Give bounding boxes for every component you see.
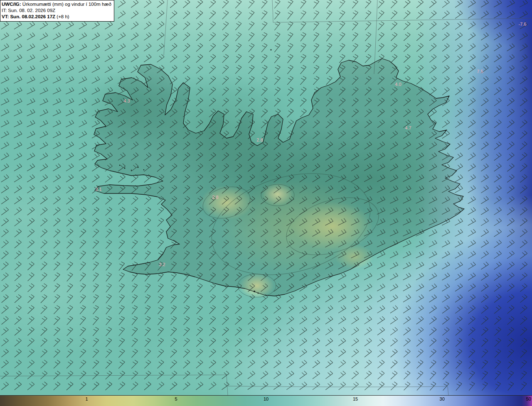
weather-map-page: -7.67.54.04.34.72.83.12.83.2 UWC/IG: Úrk… <box>0 0 532 406</box>
valid-offset: (+8 h) <box>57 14 69 19</box>
colorbar-tick-label: 30 <box>440 396 445 401</box>
init-time-line: IT: Sun. 08. 02. 2026 09Z <box>2 7 111 14</box>
colorbar-tick-label: 5 <box>175 396 177 401</box>
colorbar-ticks: 1510153050 <box>0 396 532 406</box>
colorbar-tick-label: 15 <box>353 396 358 401</box>
valid-time-line: VT: Sun. 08.02.2026 17Z (+8 h) <box>2 14 111 20</box>
colorbar: 1510153050 <box>0 395 532 406</box>
iceland-coastline <box>94 59 464 296</box>
map-overlay-svg <box>0 0 532 395</box>
colorbar-tick-label: 10 <box>264 396 268 401</box>
map-title: Úrkomumætti (mm) og vindur í 100m hæð <box>22 2 111 7</box>
colorbar-tick-label: 1 <box>86 396 88 401</box>
valid-time: VT: Sun. 08.02.2026 17Z <box>2 14 55 19</box>
colorbar-tick-label: 50 <box>526 396 531 401</box>
title-line: UWC/IG: Úrkomumætti (mm) og vindur í 100… <box>2 1 111 7</box>
title-box: UWC/IG: Úrkomumætti (mm) og vindur í 100… <box>0 0 114 22</box>
model-label: UWC/IG: <box>2 2 21 7</box>
